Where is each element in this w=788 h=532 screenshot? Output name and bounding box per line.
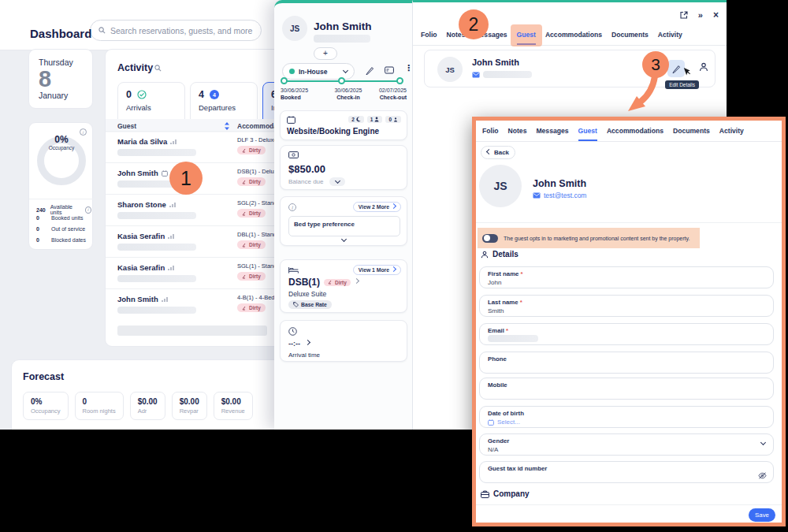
children-badge: 0 [385, 116, 401, 123]
tab-folio[interactable]: Folio [421, 31, 437, 45]
edit-details-button[interactable] [667, 60, 685, 77]
booking-source-title: Website/Booking Engine [287, 127, 379, 136]
stats-icon [162, 296, 168, 303]
redacted-email [483, 71, 532, 78]
timeline-node-checkin [338, 77, 345, 84]
last-name-field[interactable]: Last name * Smith [479, 295, 774, 317]
save-button[interactable]: Save [749, 508, 775, 522]
balance-card[interactable]: $850.00 Balance due [280, 145, 407, 190]
id-card-icon[interactable] [385, 66, 394, 74]
briefcase-icon [481, 490, 489, 498]
close-icon[interactable]: × [713, 9, 719, 20]
tab-messages[interactable]: Messages [536, 127, 568, 141]
tab-accommodations[interactable]: Accommodations [545, 31, 602, 45]
screenshot-canvas: Search reservations, guests, and more Da… [0, 0, 788, 532]
avatar: JS [437, 57, 463, 82]
guest-profile-icon[interactable] [699, 62, 708, 72]
moon-icon [356, 117, 361, 122]
expand-balance-button[interactable] [329, 177, 345, 186]
redacted-text [117, 244, 196, 251]
envelope-icon [533, 192, 541, 199]
required-mark: * [521, 270, 523, 277]
back-button[interactable]: Back [481, 146, 515, 159]
clock-icon [288, 327, 297, 336]
timeline-booked: 30/06/2025Booked [281, 87, 325, 100]
cursor-icon [683, 68, 691, 77]
chevron-down-icon[interactable] [341, 236, 347, 242]
calendar-icon [488, 419, 494, 426]
guest-edit-form: Folio Notes Messages Guest Accommodation… [472, 117, 786, 526]
open-in-new-icon[interactable] [680, 11, 688, 19]
first-name-value: John [488, 279, 765, 286]
add-tag-button[interactable]: + [314, 47, 337, 60]
tab-activity[interactable]: Activity [719, 127, 744, 141]
occupancy-card: i 0% Occupancy 240Available unitsi 0Book… [28, 122, 93, 250]
accommodation-card[interactable]: View 1 More DSB(1) Dirty Deluxe Suite Ba… [280, 259, 407, 313]
date-of-birth-field[interactable]: Date of birth Select... [479, 406, 774, 428]
guest-name: John Smith [533, 178, 586, 189]
redacted-text [117, 212, 196, 219]
gender-field[interactable]: Gender N/A [479, 433, 774, 456]
housekeeping-status-badge: Dirty [324, 279, 351, 286]
view-more-preferences-button[interactable]: View 2 More [353, 202, 401, 212]
arrival-time-card[interactable]: --:-- Arrival time [280, 320, 407, 362]
tax-id-field[interactable]: Guest tax id number [479, 461, 774, 483]
forecast-title: Forecast [23, 371, 64, 382]
more-menu-icon[interactable]: ⋮ [404, 63, 413, 73]
tab-guest[interactable]: Guest [578, 127, 597, 141]
chevron-right-icon[interactable] [354, 278, 359, 284]
phone-field[interactable]: Phone [479, 352, 774, 374]
guest-panel-tabs: Folio Notes Messages Guest Accommodation… [413, 31, 727, 46]
tab-notes[interactable]: Notes [508, 127, 527, 141]
status-dropdown[interactable]: In-House [282, 63, 355, 80]
tab-accommodations[interactable]: Accommodations [607, 127, 663, 141]
edit-icon[interactable] [366, 66, 374, 75]
email-field[interactable]: Email * [479, 323, 774, 345]
housekeeping-icon [242, 180, 247, 184]
occupancy-percent: 0% [29, 134, 94, 145]
guest-email-link[interactable]: test@test.com [533, 192, 586, 199]
company-section-header: Company [481, 489, 530, 498]
forecast-room-nights: 0Room nights [75, 392, 124, 420]
dob-select[interactable]: Select... [488, 419, 765, 426]
rate-badge: Base Rate [288, 300, 332, 309]
global-search-input[interactable]: Search reservations, guests, and more [90, 20, 262, 41]
col-guest: Guest [117, 122, 136, 130]
stats-icon [168, 265, 174, 271]
marketing-optin-toggle[interactable] [482, 234, 498, 243]
eye-off-icon[interactable] [758, 472, 767, 479]
tab-folio[interactable]: Folio [482, 127, 499, 141]
stat-out-of-service: 0Out of service [36, 226, 91, 232]
tab-guest[interactable]: Guest [517, 31, 536, 45]
housekeeping-icon [242, 211, 247, 216]
tab-documents[interactable]: Documents [611, 31, 649, 45]
avatar: JS [479, 165, 522, 207]
mobile-field[interactable]: Mobile [479, 378, 774, 400]
booking-source-card[interactable]: 2 1 0 Website/Booking Engine [280, 110, 407, 140]
collapse-panel-icon[interactable]: » [698, 10, 703, 20]
view-more-accommodation-button[interactable]: View 1 More [353, 265, 401, 275]
room-code: DSB(1) [288, 277, 320, 288]
adults-badge: 1 [367, 116, 383, 123]
first-name-field[interactable]: First name * John [479, 266, 774, 288]
sort-icon[interactable] [224, 122, 230, 130]
arrival-time-value[interactable]: --:-- [288, 340, 310, 348]
nights-badge: 2 [348, 116, 364, 123]
housekeeping-icon [242, 148, 247, 153]
info-icon[interactable]: i [85, 206, 91, 214]
preferences-card[interactable]: i View 2 More Bed type preference [280, 196, 407, 246]
search-icon[interactable] [154, 65, 162, 72]
stats-icon [170, 139, 177, 145]
annotation-step-3: 3 [642, 51, 669, 78]
tab-documents[interactable]: Documents [673, 127, 710, 141]
chevron-right-icon [391, 203, 396, 208]
forecast-revpar: $0.00Revpar [172, 392, 207, 420]
redacted-text [314, 35, 370, 43]
avatar: JS [282, 16, 307, 41]
chevron-right-icon [391, 266, 396, 271]
pencil-icon [672, 65, 681, 73]
guest-form-tabs: Folio Notes Messages Guest Accommodation… [476, 127, 782, 142]
date-day: 8 [39, 67, 83, 91]
tab-activity[interactable]: Activity [658, 31, 682, 45]
guest-name: John Smith [472, 58, 519, 67]
